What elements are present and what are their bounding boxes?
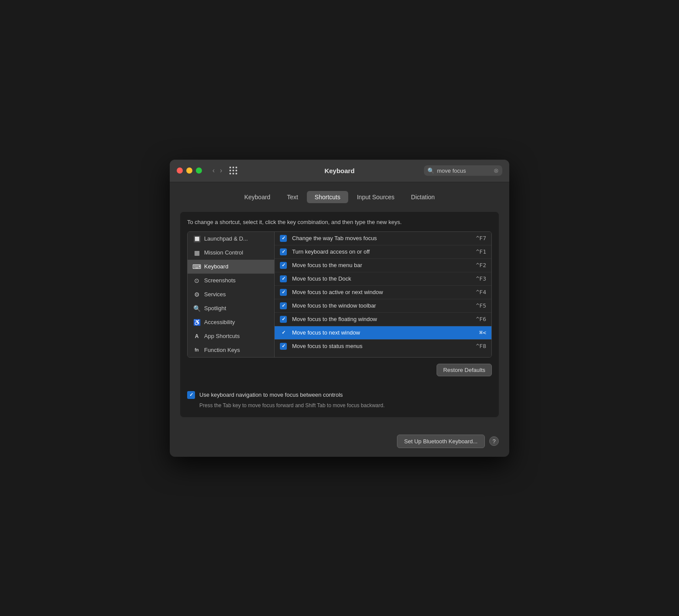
nav-arrows: ‹ › (211, 166, 224, 175)
checkbox-keyboard-access[interactable]: ✓ (280, 248, 287, 255)
sidebar-item-function-keys[interactable]: fn Function Keys (188, 343, 274, 357)
shortcut-key-next-window: ⌘< (479, 329, 486, 336)
search-clear-icon[interactable]: ⊗ (494, 167, 499, 174)
traffic-lights (177, 167, 202, 174)
shortcut-name-floating-window: Move focus to the floating window (292, 316, 476, 322)
nav-checkbox[interactable]: ✓ (187, 391, 195, 399)
keyboard-icon: ⌨ (193, 263, 201, 271)
shortcut-row-next-window[interactable]: ✓ Move focus to next window ⌘< (275, 326, 491, 340)
restore-defaults-row: Restore Defaults (187, 364, 492, 376)
shortcut-key-dock: ^F3 (476, 275, 486, 282)
launchpad-icon: 🔲 (193, 235, 201, 243)
shortcut-name-keyboard-access: Turn keyboard access on or off (292, 248, 476, 255)
spotlight-icon: 🔍 (193, 305, 201, 312)
shortcut-row-window-toolbar[interactable]: ✓ Move focus to the window toolbar ^F5 (275, 299, 491, 313)
shortcuts-list: ✓ Change the way Tab moves focus ^F7 ✓ T… (275, 232, 491, 357)
sidebar-label-function-keys: Function Keys (204, 347, 240, 353)
services-icon: ⚙ (193, 291, 201, 298)
tab-input-sources[interactable]: Input Sources (349, 191, 402, 203)
sidebar-item-services[interactable]: ⚙ Services (188, 288, 274, 301)
minimize-button[interactable] (186, 167, 192, 174)
back-arrow[interactable]: ‹ (211, 166, 216, 175)
shortcut-name-active-window: Move focus to active or next window (292, 289, 476, 295)
nav-checkbox-label: Use keyboard navigation to move focus be… (199, 392, 343, 398)
sidebar-item-mission-control[interactable]: ▦ Mission Control (188, 246, 274, 260)
tab-keyboard[interactable]: Keyboard (236, 191, 278, 203)
sidebar-label-keyboard: Keyboard (204, 263, 229, 270)
tab-text[interactable]: Text (279, 191, 306, 203)
sidebar-label-accessibility: Accessibility (204, 319, 235, 325)
sidebar-label-spotlight: Spotlight (204, 305, 226, 311)
shortcut-key-keyboard-access: ^F1 (476, 248, 486, 255)
sidebar-label-app-shortcuts: App Shortcuts (204, 333, 240, 339)
app-shortcuts-icon: A (193, 332, 201, 340)
keyboard-preferences-window: ‹ › Keyboard 🔍 ⊗ Keyboard Text Shortcuts… (170, 160, 509, 457)
shortcut-key-tab-moves-focus: ^F7 (476, 235, 486, 241)
close-button[interactable] (177, 167, 183, 174)
shortcut-key-menu-bar: ^F2 (476, 262, 486, 268)
search-icon: 🔍 (427, 167, 434, 174)
screenshots-icon: ⊙ (193, 277, 201, 285)
checkbox-tab-moves-focus[interactable]: ✓ (280, 235, 287, 242)
shortcut-row-floating-window[interactable]: ✓ Move focus to the floating window ^F6 (275, 313, 491, 326)
window-title: Keyboard (324, 167, 354, 174)
shortcut-key-floating-window: ^F6 (476, 316, 486, 322)
shortcut-row-dock[interactable]: ✓ Move focus to the Dock ^F3 (275, 272, 491, 286)
panel-body: 🔲 Launchpad & D... ▦ Mission Control ⌨ K… (187, 231, 492, 358)
function-keys-icon: fn (193, 346, 201, 354)
sidebar-label-screenshots: Screenshots (204, 277, 235, 284)
shortcut-name-dock: Move focus to the Dock (292, 275, 476, 282)
restore-defaults-button[interactable]: Restore Defaults (437, 364, 492, 376)
maximize-button[interactable] (196, 167, 202, 174)
instructions-text: To change a shortcut, select it, click t… (187, 219, 492, 225)
shortcut-row-menu-bar[interactable]: ✓ Move focus to the menu bar ^F2 (275, 259, 491, 272)
checkbox-menu-bar[interactable]: ✓ (280, 262, 287, 269)
bluetooth-keyboard-button[interactable]: Set Up Bluetooth Keyboard... (397, 435, 485, 448)
shortcut-name-next-window: Move focus to next window (292, 329, 479, 336)
grid-icon[interactable] (229, 167, 237, 174)
shortcut-name-window-toolbar: Move focus to the window toolbar (292, 302, 476, 309)
checkbox-active-window[interactable]: ✓ (280, 289, 287, 296)
accessibility-icon: ♿ (193, 318, 201, 326)
shortcut-name-status-menus: Move focus to status menus (292, 343, 476, 349)
shortcut-row-tab-moves-focus[interactable]: ✓ Change the way Tab moves focus ^F7 (275, 232, 491, 245)
shortcut-row-active-window[interactable]: ✓ Move focus to active or next window ^F… (275, 286, 491, 299)
titlebar: ‹ › Keyboard 🔍 ⊗ (170, 160, 509, 182)
sidebar-label-services: Services (204, 291, 226, 298)
bottom-section: ✓ Use keyboard navigation to move focus … (187, 385, 492, 410)
content-area: Keyboard Text Shortcuts Input Sources Di… (170, 182, 509, 428)
search-input[interactable] (437, 167, 491, 174)
shortcut-key-window-toolbar: ^F5 (476, 302, 486, 309)
sidebar: 🔲 Launchpad & D... ▦ Mission Control ⌨ K… (188, 232, 275, 357)
checkbox-status-menus[interactable]: ✓ (280, 343, 287, 350)
footer: Set Up Bluetooth Keyboard... ? (170, 428, 509, 457)
tab-shortcuts[interactable]: Shortcuts (307, 191, 348, 203)
shortcut-key-active-window: ^F4 (476, 289, 486, 295)
tab-dictation[interactable]: Dictation (403, 191, 442, 203)
sidebar-item-app-shortcuts[interactable]: A App Shortcuts (188, 329, 274, 343)
main-panel: To change a shortcut, select it, click t… (180, 212, 499, 417)
shortcut-key-status-menus: ^F8 (476, 343, 486, 349)
sidebar-label-mission-control: Mission Control (204, 249, 243, 256)
checkbox-dock[interactable]: ✓ (280, 275, 287, 282)
sidebar-item-accessibility[interactable]: ♿ Accessibility (188, 315, 274, 329)
search-box[interactable]: 🔍 ⊗ (424, 165, 502, 176)
nav-checkbox-row: ✓ Use keyboard navigation to move focus … (187, 391, 492, 399)
sidebar-item-keyboard[interactable]: ⌨ Keyboard (188, 260, 274, 274)
checkbox-floating-window[interactable]: ✓ (280, 316, 287, 323)
sidebar-item-spotlight[interactable]: 🔍 Spotlight (188, 301, 274, 315)
forward-arrow[interactable]: › (218, 166, 224, 175)
shortcut-name-menu-bar: Move focus to the menu bar (292, 262, 476, 268)
shortcut-row-keyboard-access[interactable]: ✓ Turn keyboard access on or off ^F1 (275, 245, 491, 259)
sidebar-label-launchpad: Launchpad & D... (204, 235, 248, 242)
help-button[interactable]: ? (489, 436, 499, 446)
shortcut-name-tab-moves-focus: Change the way Tab moves focus (292, 235, 476, 241)
tab-bar: Keyboard Text Shortcuts Input Sources Di… (180, 191, 499, 203)
shortcut-row-status-menus[interactable]: ✓ Move focus to status menus ^F8 (275, 340, 491, 353)
checkbox-window-toolbar[interactable]: ✓ (280, 302, 287, 309)
sidebar-item-launchpad[interactable]: 🔲 Launchpad & D... (188, 232, 274, 246)
nav-checkmark: ✓ (189, 392, 193, 398)
mission-control-icon: ▦ (193, 249, 201, 257)
sidebar-item-screenshots[interactable]: ⊙ Screenshots (188, 274, 274, 288)
checkbox-next-window[interactable]: ✓ (280, 329, 287, 336)
